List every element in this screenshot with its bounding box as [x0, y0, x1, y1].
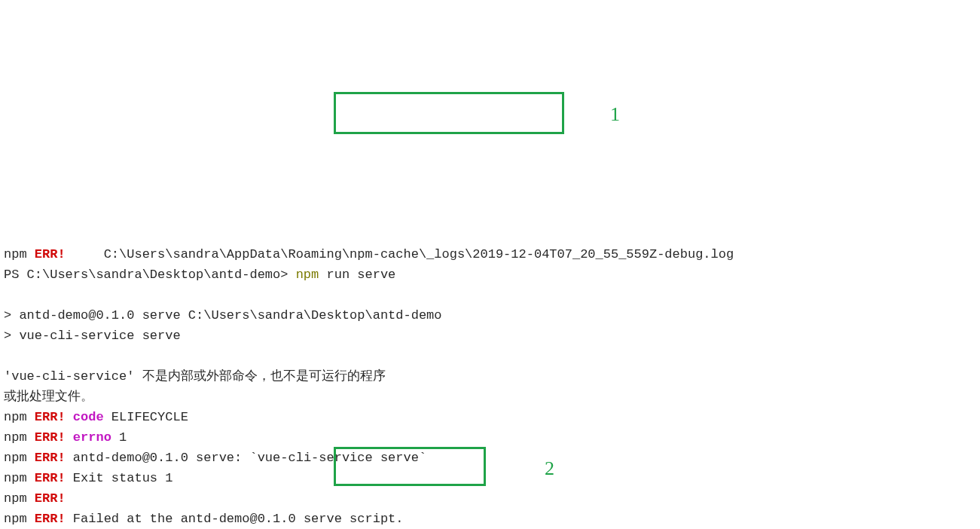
terminal-text: C:\Users\sandra\AppData\Roaming\npm-cach…: [66, 247, 734, 261]
terminal-text: antd-demo@0.1.0 serve: `vue-cli-service …: [66, 451, 426, 465]
marker-2: 2: [545, 458, 554, 479]
terminal-text: ERR!: [35, 471, 66, 485]
terminal-text: ERR!: [35, 430, 66, 445]
terminal-text: ERR!: [35, 512, 66, 526]
terminal-text: npm: [4, 430, 35, 445]
terminal-text: code: [66, 410, 104, 424]
terminal-text: npm: [4, 491, 35, 506]
marker-1: 1: [610, 104, 620, 124]
terminal-line: 'vue-cli-service' 不是内部或外部命令，也不是可运行的程序: [4, 366, 976, 387]
terminal-line: npm ERR! Exit status 1: [4, 468, 976, 488]
terminal-text: 或批处理文件。: [4, 390, 93, 404]
terminal-text: npm: [4, 410, 35, 424]
terminal-line: PS C:\Users\sandra\Desktop\antd-demo> np…: [4, 264, 976, 285]
terminal-line: npm ERR!: [4, 488, 976, 509]
terminal-output[interactable]: 1 2 npm ERR! C:\Users\sandra\AppData\Roa…: [0, 81, 980, 529]
terminal-line: [4, 346, 976, 366]
terminal-text: ELIFECYCLE: [104, 410, 188, 424]
terminal-text: Failed at the antd-demo@0.1.0 serve scri…: [66, 512, 404, 526]
terminal-text: PS C:\Users\sandra\Desktop\antd-demo>: [4, 268, 296, 282]
terminal-line: npm ERR! C:\Users\sandra\AppData\Roaming…: [4, 244, 976, 264]
terminal-text: > antd-demo@0.1.0 serve C:\Users\sandra\…: [4, 308, 442, 323]
terminal-text: errno: [66, 430, 111, 445]
terminal-text: npm: [296, 268, 327, 282]
terminal-line: > vue-cli-service serve: [4, 326, 976, 346]
terminal-line: npm ERR! antd-demo@0.1.0 serve: `vue-cli…: [4, 448, 976, 468]
terminal-line: 或批处理文件。: [4, 387, 976, 407]
terminal-text: 1: [111, 430, 127, 445]
terminal-text: 'vue-cli-service' 不是内部或外部命令，也不是可运行的程序: [4, 369, 386, 384]
terminal-line: > antd-demo@0.1.0 serve C:\Users\sandra\…: [4, 305, 976, 326]
terminal-line: npm ERR! errno 1: [4, 427, 976, 448]
terminal-line: npm ERR! code ELIFECYCLE: [4, 407, 976, 427]
terminal-text: > vue-cli-service serve: [4, 329, 181, 343]
terminal-line: [4, 285, 976, 305]
terminal-text: npm: [4, 247, 35, 261]
terminal-line: npm ERR! Failed at the antd-demo@0.1.0 s…: [4, 509, 976, 529]
highlight-box-1: [334, 92, 564, 134]
terminal-text: ERR!: [35, 247, 66, 261]
terminal-text: ERR!: [35, 410, 66, 424]
terminal-text: npm: [4, 451, 35, 465]
terminal-text: npm: [4, 471, 35, 485]
terminal-text: Exit status 1: [66, 471, 173, 485]
terminal-text: run serve: [326, 268, 395, 282]
terminal-text: ERR!: [35, 491, 66, 506]
terminal-text: ERR!: [35, 451, 66, 465]
terminal-text: npm: [4, 512, 35, 526]
